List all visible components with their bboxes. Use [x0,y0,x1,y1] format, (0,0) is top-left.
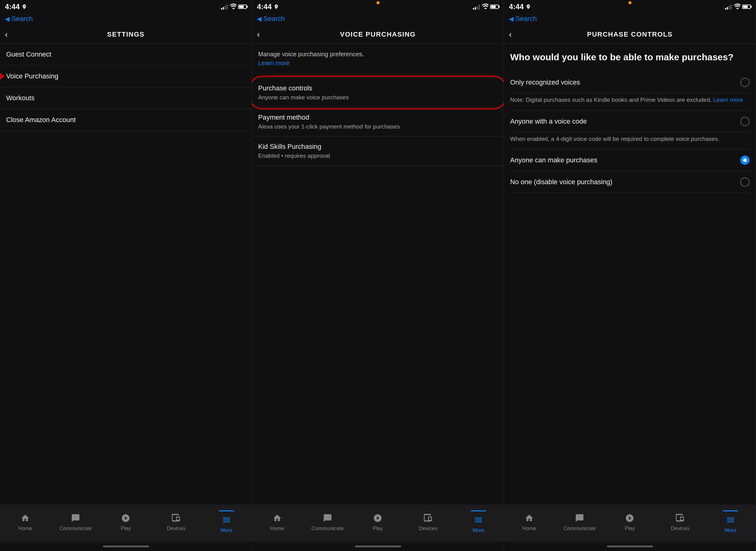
status-bar-1: 4:44 [0,0,252,14]
time-1: 4:44 [5,2,20,11]
tab-play-3[interactable]: Play [605,513,655,532]
time-2: 4:44 [257,2,272,11]
radio-noone[interactable] [740,177,750,187]
tab-home-label-2: Home [270,525,284,532]
battery-icon-3 [742,5,751,9]
back-button-2[interactable]: ‹ [257,29,260,39]
communicate-icon-1 [70,513,81,524]
vp-pm-title: Payment method [258,113,498,121]
active-indicator-3 [723,510,738,511]
back-button-1[interactable]: ‹ [5,29,8,39]
search-label-2: Search [263,15,285,23]
status-right-2 [473,3,499,10]
status-time-2: 4:44 [257,2,279,11]
vp-learn-more[interactable]: Learn more [258,60,289,66]
play-icon-3 [624,513,635,524]
signal-2 [473,4,480,10]
tab-play-label-3: Play [625,525,635,532]
vp-content-inner: Manage voice purchasing preferences. Lea… [252,44,504,73]
settings-item-close-account[interactable]: Close Amazon Account [0,109,252,131]
tab-bar-1: Home Communicate Play Devices More [0,505,252,542]
home-indicator-1 [0,542,252,551]
pc-content-inner: Who would you like to be able to make pu… [504,44,756,200]
settings-content: Guest Connect Voice Purchasing Workouts … [0,44,252,505]
tab-home-label-1: Home [18,525,32,532]
vp-payment-method[interactable]: Payment method Alexa uses your 1-click p… [252,107,504,136]
play-icon-2 [372,513,383,524]
settings-item-workouts[interactable]: Workouts [0,87,252,109]
option-noone-label: No one (disable voice purchasing) [510,178,737,186]
vp-pc-sub: Anyone can make voice purchases [258,94,498,101]
tab-communicate-3[interactable]: Communicate [554,513,605,532]
tab-communicate-1[interactable]: Communicate [50,513,101,532]
option-vc-note: When enabled, a 4-digit voice code will … [510,132,750,150]
wifi-icon-1 [230,3,236,10]
search-bar-2[interactable]: ◀ Search [252,14,504,25]
nav-title-3: PURCHASE CONTROLS [587,30,673,38]
search-label-3: Search [515,15,537,23]
signal-3 [725,4,732,10]
search-bar-3[interactable]: ◀ Search [504,14,756,25]
location-icon-2 [274,4,279,10]
location-icon-1 [22,4,27,10]
tab-devices-label-3: Devices [671,525,689,532]
tab-play-label-1: Play [121,525,131,532]
option-vc-label: Anyone with a voice code [510,117,737,125]
option-recognized-voices[interactable]: Only recognized voices [510,72,750,93]
tab-more-label-1: More [221,527,233,533]
orange-dot-2 [376,1,380,4]
tab-play-1[interactable]: Play [101,513,151,532]
search-arrow-1: ◀ [5,15,10,22]
tab-communicate-label-2: Communicate [311,525,344,532]
tab-devices-3[interactable]: Devices [655,513,705,532]
battery-icon-2 [490,5,499,9]
tab-devices-1[interactable]: Devices [151,513,201,532]
devices-icon-3 [675,513,686,524]
tab-home-2[interactable]: Home [252,513,302,532]
rv-learn-more[interactable]: Learn more [713,96,743,103]
option-rv-label: Only recognized voices [510,78,737,86]
screen-voice-purchasing: 4:44 ◀ Search ‹ VOICE PURCHASING M [252,0,504,551]
option-voice-code[interactable]: Anyone with a voice code [510,111,750,132]
communicate-icon-3 [574,513,585,524]
red-arrow [0,64,5,89]
tab-communicate-2[interactable]: Communicate [302,513,353,532]
tab-play-2[interactable]: Play [353,513,403,532]
settings-item-guest[interactable]: Guest Connect [0,44,252,65]
nav-title-1: SETTINGS [107,30,144,38]
time-3: 4:44 [509,2,524,11]
tab-home-3[interactable]: Home [504,513,554,532]
red-circle [252,76,504,109]
home-icon-1 [20,513,31,524]
vp-kid-skills[interactable]: Kid Skills Purchasing Enabled • requires… [252,136,504,166]
settings-item-voice-purchasing[interactable]: Voice Purchasing [0,65,252,87]
vp-content: Manage voice purchasing preferences. Lea… [252,44,504,505]
radio-vc[interactable] [740,117,750,126]
radio-anyone[interactable] [740,155,750,165]
tab-devices-label-2: Devices [419,525,437,532]
status-bar-2: 4:44 [252,0,504,14]
tab-more-3[interactable]: More [705,510,756,533]
tab-more-1[interactable]: More [201,510,252,533]
tab-devices-2[interactable]: Devices [403,513,453,532]
search-label-1: Search [11,15,33,23]
tab-home-1[interactable]: Home [0,513,50,532]
search-bar-1[interactable]: ◀ Search [0,14,252,25]
nav-header-2: ‹ VOICE PURCHASING [252,25,504,44]
play-icon-1 [120,513,131,524]
home-icon-2 [272,513,283,524]
home-icon-3 [524,513,535,524]
tab-more-label-3: More [725,527,737,533]
nav-header-1: ‹ SETTINGS [0,25,252,44]
tab-more-2[interactable]: More [453,510,504,533]
tab-bar-3: Home Communicate Play Devices More [504,505,756,542]
option-anyone[interactable]: Anyone can make purchases [510,149,750,171]
option-no-one[interactable]: No one (disable voice purchasing) [510,171,750,193]
vp-ks-sub: Enabled • requires approval [258,152,498,159]
communicate-icon-2 [322,513,333,524]
vp-purchase-controls[interactable]: Purchase controls Anyone can make voice … [252,78,504,107]
back-button-3[interactable]: ‹ [509,29,512,39]
vp-ks-title: Kid Skills Purchasing [258,143,498,151]
radio-rv[interactable] [740,78,750,87]
active-indicator-2 [471,510,486,511]
